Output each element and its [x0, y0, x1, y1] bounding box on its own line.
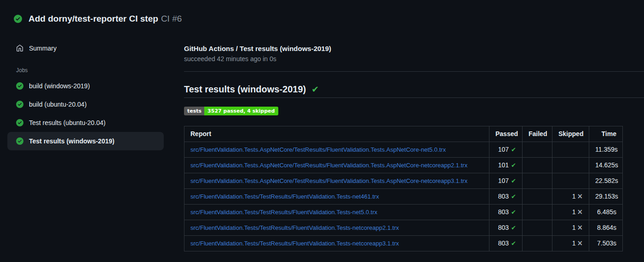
passed-count: 803	[498, 208, 509, 216]
table-row: src/FluentValidation.Tests/TestResults/F…	[184, 220, 623, 236]
time-value: 8.864s	[589, 220, 623, 236]
report-link[interactable]: src/FluentValidation.Tests.AspNetCore/Te…	[190, 162, 467, 169]
run-number: CI #6	[161, 14, 182, 23]
success-check-circle-icon	[16, 119, 23, 126]
check-icon: ✔	[511, 209, 516, 216]
sidebar-item-job-build-ubuntu[interactable]: build (ubuntu-20.04)	[7, 95, 164, 114]
table-row: src/FluentValidation.Tests/TestResults/F…	[184, 189, 623, 205]
time-value: 7.503s	[589, 236, 623, 251]
success-check-circle-icon	[14, 15, 22, 23]
report-link[interactable]: src/FluentValidation.Tests/TestResults/F…	[190, 224, 399, 231]
report-link[interactable]: src/FluentValidation.Tests/TestResults/F…	[190, 240, 399, 247]
time-value: 29.153s	[589, 189, 623, 205]
failed-cell	[523, 220, 552, 236]
table-row: src/FluentValidation.Tests.AspNetCore/Te…	[184, 142, 623, 158]
job-label: build (ubuntu-20.04)	[29, 101, 86, 108]
sidebar: Summary Jobs build (windows-2019) build …	[0, 25, 170, 150]
failed-cell	[523, 158, 552, 173]
run-header: Add dorny/test-reporter CI stepCI #6	[0, 0, 644, 25]
time-value: 11.359s	[589, 142, 623, 158]
report-link[interactable]: src/FluentValidation.Tests/TestResults/F…	[190, 209, 377, 216]
divider	[184, 71, 644, 72]
sidebar-item-job-test-results-ubuntu[interactable]: Test results (ubuntu-20.04)	[7, 114, 164, 132]
report-link[interactable]: src/FluentValidation.Tests.AspNetCore/Te…	[190, 146, 446, 153]
time-value: 22.582s	[589, 173, 623, 189]
time-value: 14.625s	[589, 158, 623, 173]
table-row: src/FluentValidation.Tests.AspNetCore/Te…	[184, 158, 623, 173]
passed-count: 101	[498, 161, 509, 169]
failed-cell	[523, 236, 552, 251]
column-header-passed: Passed	[489, 126, 523, 142]
job-list: build (windows-2019) build (ubuntu-20.04…	[0, 77, 170, 150]
column-header-time: Time	[589, 126, 623, 142]
failed-cell	[523, 173, 552, 189]
passed-count: 803	[498, 239, 509, 247]
sidebar-item-job-build-windows[interactable]: build (windows-2019)	[7, 77, 164, 95]
column-header-skipped: Skipped	[552, 126, 589, 142]
check-icon: ✔	[511, 146, 516, 153]
badge-value: 3527 passed, 4 skipped	[204, 107, 278, 115]
divider	[184, 97, 644, 98]
section-title-text: Test results (windows-2019)	[184, 83, 306, 96]
table-row: src/FluentValidation.Tests/TestResults/F…	[184, 236, 623, 251]
run-title: Add dorny/test-reporter CI stepCI #6	[29, 13, 182, 25]
passed-count: 107	[498, 146, 509, 153]
table-row: src/FluentValidation.Tests/TestResults/F…	[184, 205, 623, 220]
passed-count: 803	[498, 224, 509, 231]
success-check-circle-icon	[16, 101, 23, 108]
check-icon: ✔	[511, 162, 516, 169]
failed-cell	[523, 205, 552, 220]
success-check-circle-icon	[16, 137, 23, 145]
job-label: Test results (windows-2019)	[29, 137, 115, 145]
skipped-count: 1	[572, 208, 576, 216]
sidebar-item-summary[interactable]: Summary	[7, 41, 164, 55]
badge-label: tests	[184, 107, 204, 115]
failed-cell	[523, 142, 552, 158]
check-name: GitHub Actions / Test results (windows-2…	[184, 44, 644, 53]
time-value: 6.485s	[589, 205, 623, 220]
tests-badge: tests 3527 passed, 4 skipped	[184, 107, 278, 115]
check-run-content: GitHub Actions / Test results (windows-2…	[170, 25, 644, 251]
jobs-section-label: Jobs	[0, 67, 170, 74]
report-link[interactable]: src/FluentValidation.Tests.AspNetCore/Te…	[190, 177, 467, 184]
x-icon: ×	[577, 239, 583, 247]
job-label: build (windows-2019)	[29, 82, 90, 90]
skipped-count: 1	[572, 239, 576, 247]
x-icon: ×	[577, 192, 583, 200]
report-table: Report Passed Failed Skipped Time src/Fl…	[184, 126, 623, 251]
success-check-circle-icon	[16, 82, 23, 90]
column-header-report: Report	[184, 126, 489, 142]
check-icon: ✔	[511, 240, 516, 247]
success-check-icon: ✔	[311, 83, 319, 96]
check-icon: ✔	[511, 193, 516, 200]
check-icon: ✔	[511, 177, 516, 184]
column-header-failed: Failed	[523, 126, 552, 142]
table-header-row: Report Passed Failed Skipped Time	[184, 126, 623, 142]
failed-cell	[523, 189, 552, 205]
check-icon: ✔	[511, 224, 516, 231]
job-label: Test results (ubuntu-20.04)	[29, 119, 106, 126]
passed-count: 803	[498, 193, 509, 200]
x-icon: ×	[577, 208, 583, 216]
sidebar-item-job-test-results-windows[interactable]: Test results (windows-2019)	[7, 132, 164, 150]
x-icon: ×	[577, 223, 583, 232]
summary-label: Summary	[29, 45, 57, 52]
home-icon	[16, 45, 23, 52]
skipped-count: 1	[572, 193, 576, 200]
check-status-text: succeeded 42 minutes ago in 0s	[184, 54, 644, 63]
skipped-count: 1	[572, 224, 576, 231]
report-link[interactable]: src/FluentValidation.Tests/TestResults/F…	[190, 193, 379, 200]
table-row: src/FluentValidation.Tests.AspNetCore/Te…	[184, 173, 623, 189]
section-title: Test results (windows-2019) ✔	[184, 83, 644, 96]
passed-count: 107	[498, 177, 509, 184]
run-title-text: Add dorny/test-reporter CI step	[29, 14, 158, 23]
